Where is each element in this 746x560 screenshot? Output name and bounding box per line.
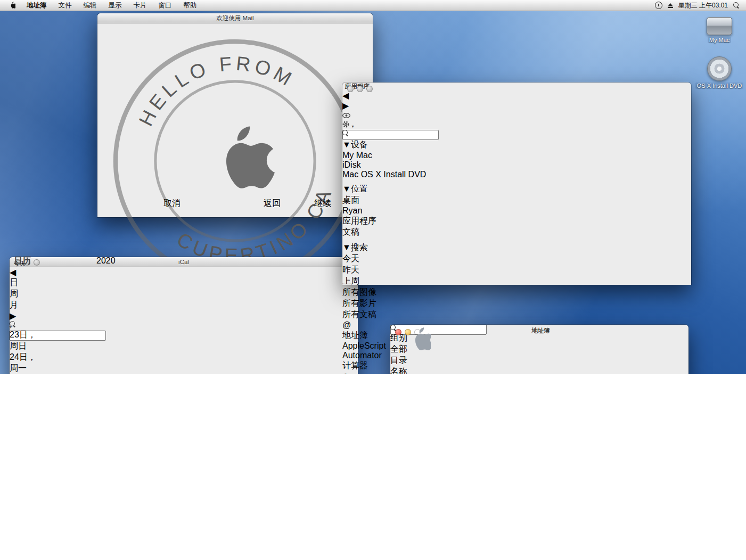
menu-item-card[interactable]: 卡片 [128,0,153,11]
ical-window-title: iCal [178,259,189,265]
back-button[interactable]: ◀ [342,90,354,101]
eye-icon [342,113,350,118]
desktop-icon-label: My Mac [708,37,732,43]
desktop-icon-label: OS X Install DVD [695,83,743,89]
desktop-icon-my-mac[interactable]: My Mac [694,17,745,43]
sidebar-item-idisk[interactable]: iDisk [342,160,691,170]
disclosure-triangle-icon[interactable]: ▼ [342,243,351,252]
mail-welcome-window: 欢迎使用 Mail HELLO FROM CUPERTINO CA 欢迎使用 M [97,13,373,217]
back-arrow-icon: ◀ [342,91,349,100]
forward-arrow-icon: ▶ [10,311,16,320]
sidebar-section-devices[interactable]: ▼设备 [342,139,691,151]
finder-sidebar: ▼设备 My Mac iDisk Mac OS X Install DVD ▼位… [342,139,691,320]
back-button[interactable]: 返回 [264,198,307,208]
desktop: My Mac OS X Install DVD 欢迎使用 Mail HELLO … [0,0,746,374]
forward-arrow-icon: ▶ [342,101,349,110]
calendars-header: 日历 [14,257,31,265]
ical-window: iCal 今天 ◀ 日 周 月 ▶ ▾ 日历 2020 23日，周日 24日，周… [10,257,358,374]
ical-toolbar: 今天 ◀ 日 周 月 ▶ ▾ [10,267,358,330]
apple-menu[interactable] [0,0,21,11]
cancel-button[interactable]: 取消 [163,198,202,208]
menu-item-file[interactable]: 文件 [53,0,78,11]
finder-window: 应用程序 ◀ ▶ ▾ [342,83,691,285]
mail-titlebar[interactable]: 欢迎使用 Mail [97,13,373,23]
view-week-tab[interactable]: 周 [10,289,39,300]
time-machine-icon[interactable] [655,2,662,9]
back-arrow-icon: ◀ [10,268,16,277]
gear-icon [342,121,349,128]
next-button[interactable]: ▶ [10,311,21,321]
sidebar-item-all-movies[interactable]: 所有影片 [342,298,691,309]
sidebar-item-past-week[interactable]: 上周 [342,276,691,287]
close-button[interactable] [347,86,354,92]
sidebar-section-places[interactable]: ▼位置 [342,184,691,195]
ical-titlebar[interactable]: iCal [10,257,358,267]
finder-titlebar[interactable]: 应用程序 ◀ ▶ ▾ [342,83,691,139]
name-column: 名称 Apple Inc. RAYN RYAN [390,366,465,374]
view-month-tab[interactable]: 月 [10,300,39,311]
name-column-header[interactable]: 名称 [390,366,465,374]
disclosure-triangle-icon[interactable]: ▼ [342,140,351,149]
group-row-directories[interactable]: 目录 [390,355,465,366]
sidebar-item-all-images[interactable]: 所有图像 [342,287,691,298]
menu-bar: 地址簿 文件 编辑 显示 卡片 窗口 帮助 星期三 上午03:01 [0,0,746,11]
spotlight-icon[interactable] [733,2,740,9]
forward-button[interactable]: ▶ [342,101,354,111]
menu-item-view[interactable]: 显示 [103,0,128,11]
menu-item-window[interactable]: 窗口 [153,0,178,11]
sidebar-item-my-mac[interactable]: My Mac [342,151,691,160]
finder-search-input[interactable] [342,130,439,140]
apple-logo-large [406,327,431,355]
finder-search-field[interactable] [342,130,405,139]
sidebar-item-all-documents[interactable]: 所有文稿 [342,309,691,320]
ical-search-field[interactable]: ▾ [10,321,80,330]
hard-drive-icon [707,17,732,35]
menu-item-help[interactable]: 帮助 [178,0,203,11]
minimize-button[interactable] [357,86,363,92]
desktop-icon-install-dvd[interactable]: OS X Install DVD [694,56,745,89]
address-book-window-title: 地址簿 [531,327,550,335]
sidebar-item-install-dvd[interactable]: Mac OS X Install DVD [342,170,691,179]
quick-look-button[interactable] [342,111,357,120]
action-button[interactable]: ▾ [342,120,362,130]
mail-window-title: 欢迎使用 Mail [216,14,253,22]
dropdown-arrow-icon: ▾ [351,124,354,129]
eject-icon[interactable] [668,3,673,8]
view-day-tab[interactable]: 日 [10,277,39,289]
sidebar-item-desktop[interactable]: 桌面 [342,195,691,206]
apple-logo-icon [9,2,15,10]
sidebar-item-documents[interactable]: 文稿 [342,227,691,238]
sidebar-item-applications[interactable]: 应用程序 [342,216,691,227]
address-book-titlebar[interactable]: 地址簿 [390,325,688,333]
apple-logo-postmark [226,127,275,188]
sidebar-item-yesterday[interactable]: 昨天 [342,265,691,276]
dvd-disc-icon [707,56,732,81]
menu-item-app-name[interactable]: 地址簿 [21,0,53,11]
disclosure-triangle-icon[interactable]: ▼ [342,184,351,193]
day-header[interactable]: 24日，周一 [10,352,44,374]
sidebar-section-search[interactable]: ▼搜索 [342,242,691,253]
menu-clock[interactable]: 星期三 上午03:01 [678,1,728,10]
menu-item-edit[interactable]: 编辑 [78,0,103,11]
address-book-window: 地址簿 组别 全部 目录 名称 [390,325,688,374]
sidebar-item-today[interactable]: 今天 [342,253,691,265]
zoom-button[interactable] [366,86,373,92]
year-label: 2020 [96,257,116,265]
sidebar-item-home[interactable]: Ryan [342,206,691,216]
